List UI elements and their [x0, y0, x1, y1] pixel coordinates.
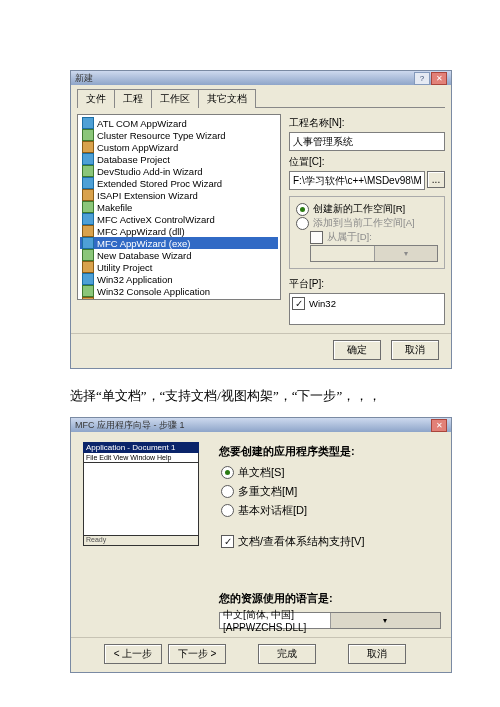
radio-sdi[interactable] [221, 466, 234, 479]
preview-title: Application - Document 1 [83, 442, 199, 453]
close-button[interactable]: ✕ [431, 72, 447, 85]
project-name-input[interactable] [289, 132, 445, 151]
tab-projects[interactable]: 工程 [114, 89, 152, 108]
title-text: MFC 应用程序向导 - 步骤 1 [75, 419, 185, 432]
next-button[interactable]: 下一步 > [168, 644, 226, 664]
project-type-list[interactable]: ATL COM AppWizard Cluster Resource Type … [77, 114, 281, 300]
instruction-text: 选择“单文档”，“支持文档/视图构架”，“下一步”，，， [70, 387, 500, 405]
radio-mdi[interactable] [221, 485, 234, 498]
language-combo[interactable]: 中文[简体, 中国] [APPWZCHS.DLL]▾ [219, 612, 441, 629]
tab-other[interactable]: 其它文档 [198, 89, 256, 108]
cancel-button[interactable]: 取消 [391, 340, 439, 360]
platform-label: 平台[P]: [289, 277, 445, 291]
tab-workspaces[interactable]: 工作区 [151, 89, 199, 108]
radio-dialog[interactable] [221, 504, 234, 517]
tab-bar: 文件 工程 工作区 其它文档 [71, 85, 451, 108]
check-docview[interactable] [221, 535, 234, 548]
chevron-down-icon[interactable]: ▾ [330, 613, 441, 628]
browse-button[interactable]: ... [427, 171, 445, 188]
cancel-button[interactable]: 取消 [348, 644, 406, 664]
new-project-dialog: 新建 ? ✕ 文件 工程 工作区 其它文档 ATL COM AppWizard … [70, 70, 452, 369]
options-pane: 您要创建的应用程序类型是: 单文档[S] 多重文档[M] 基本对话框[D] 文档… [219, 442, 441, 629]
project-name-label: 工程名称[N]: [289, 116, 445, 130]
button-row: 确定 取消 [71, 333, 451, 368]
location-input[interactable] [289, 171, 425, 190]
radio-new-workspace[interactable] [296, 203, 309, 216]
dependency-combo: ▾ [310, 245, 438, 262]
titlebar: MFC 应用程序向导 - 步骤 1 ✕ [71, 418, 451, 432]
question-language: 您的资源使用的语言是: [219, 591, 441, 606]
window-buttons: ? ✕ [414, 72, 447, 85]
close-button[interactable]: ✕ [431, 419, 447, 432]
radio-add-workspace[interactable] [296, 217, 309, 230]
help-button[interactable]: ? [414, 72, 430, 85]
check-win32[interactable] [292, 297, 305, 310]
appwizard-dialog: MFC 应用程序向导 - 步骤 1 ✕ Application - Docume… [70, 417, 452, 673]
location-label: 位置[C]: [289, 155, 445, 169]
right-panel: 工程名称[N]: 位置[C]: ... 创建新的工作空间[R] 添加到当前工作空… [289, 114, 445, 325]
preview-pane: Application - Document 1 File Edit View … [81, 442, 209, 622]
workspace-group: 创建新的工作空间[R] 添加到当前工作空间[A] 从属于[D]: ▾ [289, 196, 445, 269]
list-item-selected: MFC AppWizard (exe) [80, 237, 278, 249]
ok-button[interactable]: 确定 [333, 340, 381, 360]
check-dependency [310, 231, 323, 244]
finish-button[interactable]: 完成 [258, 644, 316, 664]
preview-body [83, 463, 199, 536]
preview-menu: File Edit View Window Help [83, 453, 199, 463]
tab-files[interactable]: 文件 [77, 89, 115, 108]
back-button[interactable]: < 上一步 [104, 644, 162, 664]
button-row: < 上一步 下一步 > 完成 取消 [71, 637, 451, 672]
question-app-type: 您要创建的应用程序类型是: [219, 444, 441, 459]
platform-list[interactable]: Win32 [289, 293, 445, 325]
titlebar: 新建 ? ✕ [71, 71, 451, 85]
preview-status: Ready [83, 536, 199, 546]
title-text: 新建 [75, 72, 93, 85]
